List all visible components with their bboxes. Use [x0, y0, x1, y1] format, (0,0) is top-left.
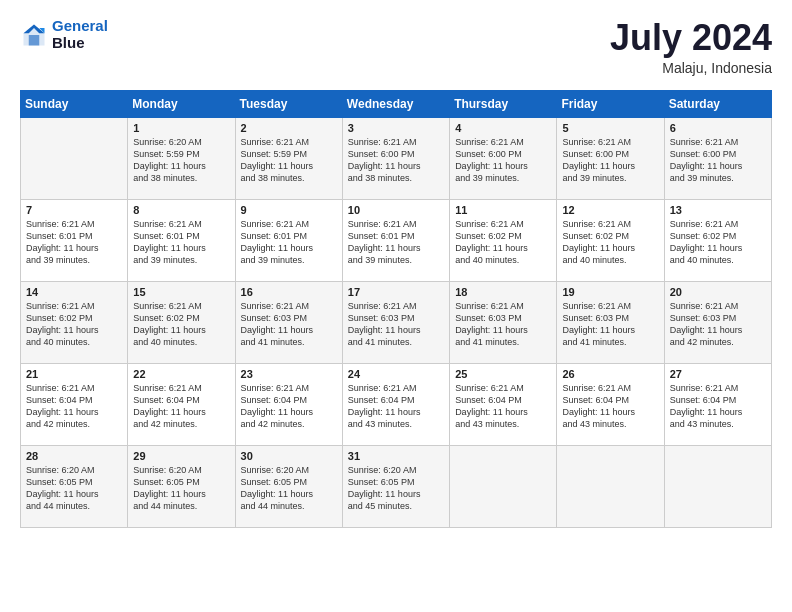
- table-row: 22Sunrise: 6:21 AMSunset: 6:04 PMDayligh…: [128, 363, 235, 445]
- day-number: 24: [348, 368, 445, 380]
- day-info: Sunrise: 6:21 AMSunset: 6:02 PMDaylight:…: [670, 218, 767, 267]
- day-number: 8: [133, 204, 230, 216]
- week-row-5: 28Sunrise: 6:20 AMSunset: 6:05 PMDayligh…: [21, 445, 772, 527]
- day-info: Sunrise: 6:21 AMSunset: 6:02 PMDaylight:…: [133, 300, 230, 349]
- day-number: 25: [455, 368, 552, 380]
- day-info: Sunrise: 6:21 AMSunset: 6:04 PMDaylight:…: [241, 382, 338, 431]
- day-info: Sunrise: 6:21 AMSunset: 6:04 PMDaylight:…: [348, 382, 445, 431]
- day-number: 28: [26, 450, 123, 462]
- table-row: 27Sunrise: 6:21 AMSunset: 6:04 PMDayligh…: [664, 363, 771, 445]
- day-number: 29: [133, 450, 230, 462]
- day-number: 30: [241, 450, 338, 462]
- table-row: [21, 117, 128, 199]
- table-row: 9Sunrise: 6:21 AMSunset: 6:01 PMDaylight…: [235, 199, 342, 281]
- calendar-table: Sunday Monday Tuesday Wednesday Thursday…: [20, 90, 772, 528]
- day-info: Sunrise: 6:21 AMSunset: 6:01 PMDaylight:…: [26, 218, 123, 267]
- table-row: 21Sunrise: 6:21 AMSunset: 6:04 PMDayligh…: [21, 363, 128, 445]
- day-number: 14: [26, 286, 123, 298]
- day-info: Sunrise: 6:21 AMSunset: 5:59 PMDaylight:…: [241, 136, 338, 185]
- day-number: 7: [26, 204, 123, 216]
- title-block: July 2024 Malaju, Indonesia: [610, 18, 772, 76]
- table-row: 16Sunrise: 6:21 AMSunset: 6:03 PMDayligh…: [235, 281, 342, 363]
- day-info: Sunrise: 6:21 AMSunset: 6:03 PMDaylight:…: [348, 300, 445, 349]
- col-friday: Friday: [557, 90, 664, 117]
- table-row: 29Sunrise: 6:20 AMSunset: 6:05 PMDayligh…: [128, 445, 235, 527]
- day-number: 15: [133, 286, 230, 298]
- day-info: Sunrise: 6:21 AMSunset: 6:03 PMDaylight:…: [455, 300, 552, 349]
- day-info: Sunrise: 6:21 AMSunset: 6:01 PMDaylight:…: [133, 218, 230, 267]
- month-title: July 2024: [610, 18, 772, 58]
- logo: GeneralBlue: [20, 18, 108, 51]
- day-number: 31: [348, 450, 445, 462]
- page: GeneralBlue July 2024 Malaju, Indonesia …: [0, 0, 792, 612]
- day-number: 23: [241, 368, 338, 380]
- day-info: Sunrise: 6:21 AMSunset: 6:04 PMDaylight:…: [670, 382, 767, 431]
- day-info: Sunrise: 6:21 AMSunset: 6:04 PMDaylight:…: [133, 382, 230, 431]
- day-number: 26: [562, 368, 659, 380]
- day-number: 11: [455, 204, 552, 216]
- day-number: 5: [562, 122, 659, 134]
- week-row-1: 1Sunrise: 6:20 AMSunset: 5:59 PMDaylight…: [21, 117, 772, 199]
- day-number: 3: [348, 122, 445, 134]
- day-info: Sunrise: 6:21 AMSunset: 6:04 PMDaylight:…: [455, 382, 552, 431]
- day-number: 12: [562, 204, 659, 216]
- table-row: 25Sunrise: 6:21 AMSunset: 6:04 PMDayligh…: [450, 363, 557, 445]
- day-info: Sunrise: 6:21 AMSunset: 6:02 PMDaylight:…: [26, 300, 123, 349]
- day-number: 21: [26, 368, 123, 380]
- table-row: 10Sunrise: 6:21 AMSunset: 6:01 PMDayligh…: [342, 199, 449, 281]
- col-sunday: Sunday: [21, 90, 128, 117]
- col-saturday: Saturday: [664, 90, 771, 117]
- table-row: 8Sunrise: 6:21 AMSunset: 6:01 PMDaylight…: [128, 199, 235, 281]
- day-info: Sunrise: 6:20 AMSunset: 6:05 PMDaylight:…: [133, 464, 230, 513]
- svg-rect-3: [29, 35, 40, 46]
- table-row: [664, 445, 771, 527]
- table-row: 6Sunrise: 6:21 AMSunset: 6:00 PMDaylight…: [664, 117, 771, 199]
- day-info: Sunrise: 6:21 AMSunset: 6:03 PMDaylight:…: [241, 300, 338, 349]
- table-row: 23Sunrise: 6:21 AMSunset: 6:04 PMDayligh…: [235, 363, 342, 445]
- logo-text: GeneralBlue: [52, 18, 108, 51]
- day-info: Sunrise: 6:20 AMSunset: 6:05 PMDaylight:…: [348, 464, 445, 513]
- col-monday: Monday: [128, 90, 235, 117]
- day-number: 18: [455, 286, 552, 298]
- day-info: Sunrise: 6:20 AMSunset: 5:59 PMDaylight:…: [133, 136, 230, 185]
- header: GeneralBlue July 2024 Malaju, Indonesia: [20, 18, 772, 76]
- table-row: [450, 445, 557, 527]
- table-row: 15Sunrise: 6:21 AMSunset: 6:02 PMDayligh…: [128, 281, 235, 363]
- col-thursday: Thursday: [450, 90, 557, 117]
- table-row: 5Sunrise: 6:21 AMSunset: 6:00 PMDaylight…: [557, 117, 664, 199]
- table-row: 11Sunrise: 6:21 AMSunset: 6:02 PMDayligh…: [450, 199, 557, 281]
- table-row: 1Sunrise: 6:20 AMSunset: 5:59 PMDaylight…: [128, 117, 235, 199]
- day-info: Sunrise: 6:21 AMSunset: 6:01 PMDaylight:…: [241, 218, 338, 267]
- day-info: Sunrise: 6:21 AMSunset: 6:03 PMDaylight:…: [562, 300, 659, 349]
- week-row-3: 14Sunrise: 6:21 AMSunset: 6:02 PMDayligh…: [21, 281, 772, 363]
- day-number: 20: [670, 286, 767, 298]
- day-number: 27: [670, 368, 767, 380]
- day-info: Sunrise: 6:21 AMSunset: 6:00 PMDaylight:…: [348, 136, 445, 185]
- table-row: 24Sunrise: 6:21 AMSunset: 6:04 PMDayligh…: [342, 363, 449, 445]
- table-row: 2Sunrise: 6:21 AMSunset: 5:59 PMDaylight…: [235, 117, 342, 199]
- day-info: Sunrise: 6:21 AMSunset: 6:04 PMDaylight:…: [26, 382, 123, 431]
- col-tuesday: Tuesday: [235, 90, 342, 117]
- day-info: Sunrise: 6:21 AMSunset: 6:03 PMDaylight:…: [670, 300, 767, 349]
- table-row: 30Sunrise: 6:20 AMSunset: 6:05 PMDayligh…: [235, 445, 342, 527]
- day-info: Sunrise: 6:21 AMSunset: 6:00 PMDaylight:…: [670, 136, 767, 185]
- day-info: Sunrise: 6:20 AMSunset: 6:05 PMDaylight:…: [26, 464, 123, 513]
- table-row: 26Sunrise: 6:21 AMSunset: 6:04 PMDayligh…: [557, 363, 664, 445]
- day-info: Sunrise: 6:20 AMSunset: 6:05 PMDaylight:…: [241, 464, 338, 513]
- table-row: 19Sunrise: 6:21 AMSunset: 6:03 PMDayligh…: [557, 281, 664, 363]
- table-row: 14Sunrise: 6:21 AMSunset: 6:02 PMDayligh…: [21, 281, 128, 363]
- table-row: 17Sunrise: 6:21 AMSunset: 6:03 PMDayligh…: [342, 281, 449, 363]
- day-info: Sunrise: 6:21 AMSunset: 6:02 PMDaylight:…: [562, 218, 659, 267]
- day-number: 2: [241, 122, 338, 134]
- col-wednesday: Wednesday: [342, 90, 449, 117]
- logo-icon: [20, 21, 48, 49]
- day-number: 10: [348, 204, 445, 216]
- day-number: 16: [241, 286, 338, 298]
- table-row: 4Sunrise: 6:21 AMSunset: 6:00 PMDaylight…: [450, 117, 557, 199]
- header-row: Sunday Monday Tuesday Wednesday Thursday…: [21, 90, 772, 117]
- location: Malaju, Indonesia: [610, 60, 772, 76]
- table-row: 28Sunrise: 6:20 AMSunset: 6:05 PMDayligh…: [21, 445, 128, 527]
- day-number: 1: [133, 122, 230, 134]
- week-row-4: 21Sunrise: 6:21 AMSunset: 6:04 PMDayligh…: [21, 363, 772, 445]
- table-row: 7Sunrise: 6:21 AMSunset: 6:01 PMDaylight…: [21, 199, 128, 281]
